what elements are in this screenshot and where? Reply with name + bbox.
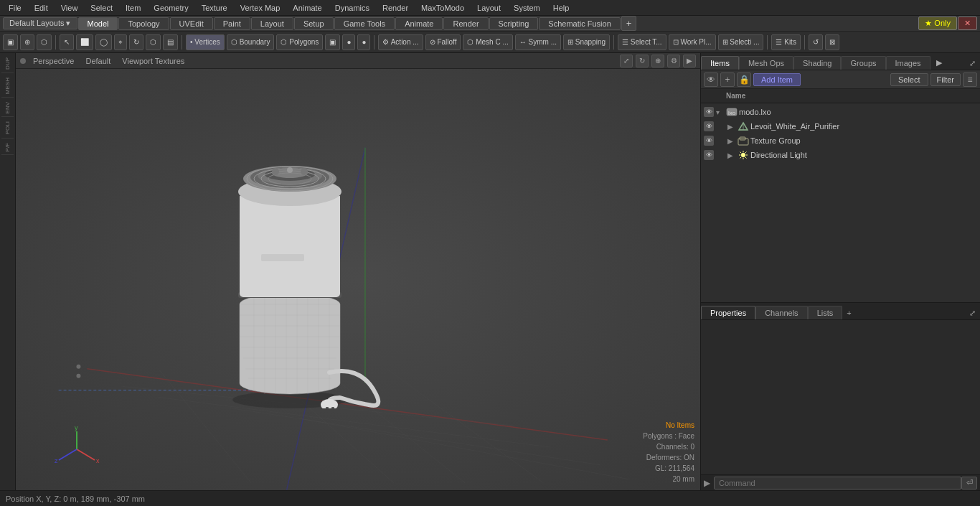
tool-polygons[interactable]: ⬡ Polygons [276,34,323,50]
tool-undo[interactable]: ↺ [809,34,823,50]
tab-scripting[interactable]: Scripting [489,17,539,30]
tab-topology[interactable]: Topology [118,17,169,30]
tool-symm[interactable]: ↔ Symm ... [515,34,561,50]
viewport-settings[interactable]: ⚙ [667,55,680,67]
sidebar-label-env[interactable]: Env [4,100,11,115]
sidebar-label-pf[interactable]: P/F [4,141,11,153]
tool-workpl[interactable]: ⊡ Work Pl... [669,34,716,50]
rp-tab-images[interactable]: Images [886,56,930,70]
items-vis-all[interactable]: 👁 [704,72,718,87]
tree-item-light[interactable]: 👁 ▶ Directional Light [701,148,980,162]
rb-tab-lists[interactable]: Lists [808,306,843,319]
expand-light[interactable]: ▶ [727,151,736,159]
scene-tree[interactable]: 👁 ▾ lxo modo.lxo 👁 ▶ Levoit_White_Air [701,103,980,302]
tab-paint[interactable]: Paint [214,17,250,30]
tab-schematic-fusion[interactable]: Schematic Fusion [539,17,620,30]
expand-mesh[interactable]: ▶ [727,123,736,131]
rp-expand[interactable]: ⤢ [965,57,980,70]
menu-geometry[interactable]: Geometry [148,2,194,14]
tool-select-t[interactable]: ☰ Select T... [618,34,666,50]
tool-dot2[interactable]: ● [357,34,370,50]
menu-layout[interactable]: Layout [471,2,507,14]
vis-btn-group[interactable]: 👁 [704,136,714,146]
tab-model[interactable]: Model [78,17,118,30]
expand-group[interactable]: ▶ [727,137,736,145]
tab-layout[interactable]: Layout [251,17,293,30]
rp-tab-more[interactable]: ▶ [932,56,946,70]
cmd-submit[interactable]: ⏎ [961,477,977,489]
tree-item-group[interactable]: 👁 ▶ Texture Group [701,133,980,148]
viewport-expand[interactable]: ⤢ [620,55,633,67]
tool-snapping[interactable]: ⊞ Snapping [563,34,610,50]
layout-close[interactable]: ✕ [958,17,977,30]
rb-tab-plus[interactable]: + [842,306,855,319]
menu-render[interactable]: Render [377,2,414,14]
rp-tab-items[interactable]: Items [701,56,739,70]
tool-falloff[interactable]: ⊘ Falloff [425,34,461,50]
filter-button[interactable]: Filter [930,73,961,86]
viewport-play[interactable]: ▶ [683,55,696,67]
command-input[interactable] [714,477,961,489]
tool-action[interactable]: ⚙ Action ... [378,34,423,50]
tool-close[interactable]: ⊠ [825,34,839,50]
viewport-perspective[interactable]: Perspective [29,57,78,65]
tree-item-mesh[interactable]: 👁 ▶ Levoit_White_Air_Purifier [701,119,980,133]
menu-edit[interactable]: Edit [29,2,54,14]
tool-circle[interactable]: ◯ [95,34,112,50]
menu-maxtomodo[interactable]: MaxToModo [415,2,470,14]
rb-tab-properties[interactable]: Properties [701,306,755,319]
tool-vertices[interactable]: • Vertices [186,34,225,50]
menu-help[interactable]: Help [547,2,575,14]
rp-tab-shading[interactable]: Shading [793,56,841,70]
tool-dot1[interactable]: ● [342,34,355,50]
viewport-rotate[interactable]: ↻ [636,55,649,67]
vis-btn-mesh[interactable]: 👁 [704,121,714,131]
tool-toggle1[interactable]: ▣ [3,34,18,50]
items-lock-icon[interactable]: 🔒 [737,72,751,87]
menu-item[interactable]: Item [120,2,146,14]
viewport-textures[interactable]: Viewport Textures [118,57,189,65]
default-layouts-dropdown[interactable]: Default Layouts ▾ [3,17,77,29]
rb-expand[interactable]: ⤢ [965,307,980,319]
tool-box[interactable]: ⬜ [76,34,93,50]
items-menu-btn[interactable]: ≡ [963,72,977,87]
tab-animate[interactable]: Animate [395,17,443,30]
tool-kits[interactable]: ☰ Kits [771,34,800,50]
tool-rotate[interactable]: ↻ [129,34,143,50]
tool-meshc[interactable]: ⬡ Mesh C ... [463,34,512,50]
layout-star-filter[interactable]: ★ Only [918,17,957,30]
tab-render[interactable]: Render [443,17,488,30]
tree-item-root[interactable]: 👁 ▾ lxo modo.lxo [701,105,980,119]
tool-toggle3[interactable]: ⬡ [37,34,52,50]
tab-setup[interactable]: Setup [294,17,334,30]
rb-tab-channels[interactable]: Channels [755,306,807,319]
viewport-zoom[interactable]: ⊕ [651,55,664,67]
tool-selecti[interactable]: ⊞ Selecti ... [718,34,764,50]
vis-btn-root[interactable]: 👁 [704,107,714,117]
tool-layers[interactable]: ▤ [163,34,178,50]
tab-gametools[interactable]: Game Tools [334,17,395,30]
menu-texture[interactable]: Texture [196,2,233,14]
select-button[interactable]: Select [890,73,928,86]
tool-mode-square[interactable]: ▣ [325,34,340,50]
menu-system[interactable]: System [508,2,546,14]
tool-hex[interactable]: ⬡ [146,34,161,50]
tab-uvedit[interactable]: UVEdit [170,17,213,30]
menu-animate[interactable]: Animate [287,2,327,14]
tool-select-arrow[interactable]: ↖ [60,34,74,50]
sidebar-label-dup[interactable]: Dup [4,56,11,71]
layout-add-tab[interactable]: + [621,16,637,31]
viewport-default[interactable]: Default [81,57,115,65]
menu-select[interactable]: Select [85,2,118,14]
add-item-button[interactable]: Add Item [753,73,801,86]
tool-crosshair[interactable]: ⌖ [114,34,127,50]
menu-file[interactable]: File [3,2,27,14]
menu-dynamics[interactable]: Dynamics [329,2,375,14]
viewport-canvas[interactable]: No Items Polygons : Face Channels: 0 Def… [16,69,700,490]
sidebar-label-mesh[interactable]: Mesh [4,76,11,95]
tool-boundary[interactable]: ⬡ Boundary [227,34,275,50]
rp-tab-groups[interactable]: Groups [841,56,885,70]
vis-btn-light[interactable]: 👁 [704,150,714,160]
tool-toggle2[interactable]: ⊕ [20,34,34,50]
rp-tab-mesh-ops[interactable]: Mesh Ops [739,56,793,70]
